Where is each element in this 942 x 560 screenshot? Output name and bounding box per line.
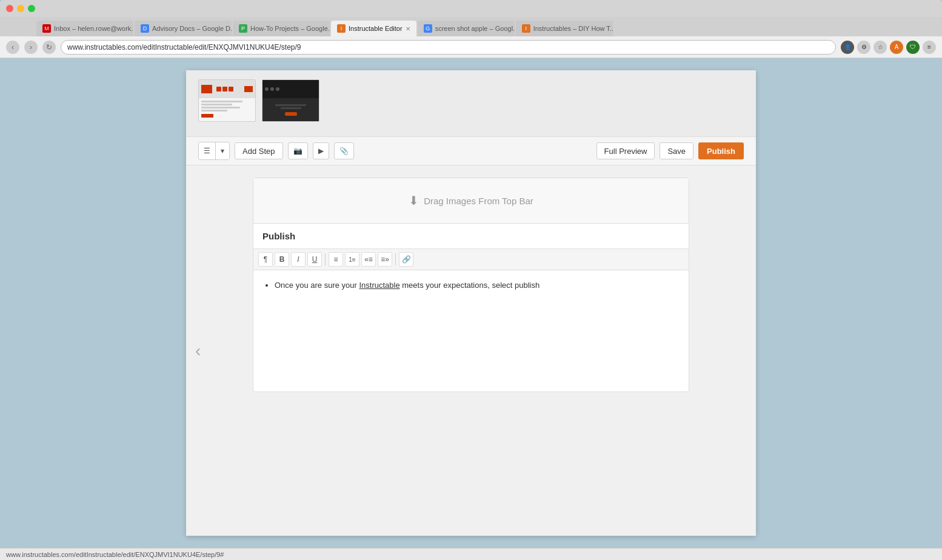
status-bar: www.instructables.com/editInstructable/e… <box>0 548 942 560</box>
tab-gmail-label: Inbox – helen.rowe@work... <box>54 25 133 32</box>
editor-content-area[interactable]: Once you are sure your Instructable meet… <box>253 270 689 392</box>
rte-paragraph-btn[interactable]: ¶ <box>258 252 273 267</box>
tab-screenshot-favicon: G <box>424 24 432 33</box>
tab-editor-label: Instructable Editor <box>349 25 403 32</box>
thumb-1-color <box>201 85 212 93</box>
step-title-input[interactable] <box>253 224 689 249</box>
thumbnail-1[interactable] <box>198 79 256 122</box>
tab-screenshot-label: screen shot apple – Googl... <box>435 25 515 32</box>
drag-images-label: Drag Images From Top Bar <box>424 196 533 206</box>
rte-link-btn[interactable]: 🔗 <box>399 252 413 267</box>
drag-arrow-icon: ⬇ <box>409 193 419 208</box>
step-list-btn[interactable]: ☰ <box>199 142 215 159</box>
profile-btn[interactable]: 👤 <box>841 41 854 54</box>
step-list-dropdown[interactable]: ▾ <box>216 142 229 159</box>
save-button[interactable]: Save <box>660 142 693 159</box>
full-preview-button[interactable]: Full Preview <box>596 142 655 159</box>
add-step-button[interactable]: Add Step <box>235 142 283 159</box>
tab-bar: M Inbox – helen.rowe@work... ✕ D Advisor… <box>0 17 942 36</box>
rte-indent-btn[interactable]: ≡» <box>378 252 392 267</box>
camera-button[interactable]: 📷 <box>288 142 308 159</box>
tab-diy-label: Instructables – DIY How T... <box>533 25 613 32</box>
tab-screenshot[interactable]: G screen shot apple – Googl... ✕ <box>418 21 515 36</box>
rte-toolbar: ¶ B I U ≡ 1≡ «≡ ≡» 🔗 <box>253 249 689 270</box>
tab-gmail[interactable]: M Inbox – helen.rowe@work... ✕ <box>36 21 133 36</box>
shield-btn[interactable]: 🛡 <box>906 41 920 54</box>
tab-diy-favicon: I <box>522 24 530 33</box>
editor-toolbar: ☰ ▾ Add Step 📷 ▶ 📎 Full Preview Save Pub… <box>186 137 756 165</box>
thumb-1-top <box>199 80 255 98</box>
tab-editor-favicon: I <box>337 24 346 33</box>
status-url: www.instructables.com/editInstructable/e… <box>6 551 224 558</box>
browser-window: M Inbox – helen.rowe@work... ✕ D Advisor… <box>0 0 942 560</box>
tab-advisory-favicon: D <box>141 24 149 33</box>
rte-divider-2 <box>395 253 396 265</box>
tab-editor[interactable]: I Instructable Editor ✕ <box>331 21 416 36</box>
minimize-button[interactable] <box>17 5 24 12</box>
rte-divider-1 <box>325 253 326 265</box>
maximize-button[interactable] <box>28 5 35 12</box>
url-bar[interactable]: www.instructables.com/editInstructable/e… <box>61 40 836 55</box>
title-bar <box>0 0 942 17</box>
rte-unordered-list-btn[interactable]: ≡ <box>329 252 343 267</box>
rte-underline-btn[interactable]: U <box>307 252 322 267</box>
thumb-2-top <box>262 80 319 98</box>
tab-projects-label: How-To Projects – Google... <box>250 25 330 32</box>
prev-step-button[interactable]: ‹ <box>195 341 201 361</box>
step-list-group: ☰ ▾ <box>198 142 230 160</box>
close-button[interactable] <box>6 5 13 12</box>
editor-area: ‹ ⬇ Drag Images From Top Bar ¶ B I U <box>186 165 756 536</box>
instructable-link: Instructable <box>359 281 399 290</box>
tab-projects-favicon: P <box>239 24 247 33</box>
address-bar: ‹ › ↻ www.instructables.com/editInstruct… <box>0 36 942 58</box>
back-button[interactable]: ‹ <box>6 41 19 54</box>
tab-advisory[interactable]: D Advisory Docs – Google D... ✕ <box>135 21 232 36</box>
thumb-1-lines <box>199 98 255 121</box>
page-content: ☰ ▾ Add Step 📷 ▶ 📎 Full Preview Save Pub… <box>0 58 942 548</box>
thumbnail-2[interactable] <box>262 79 319 122</box>
browser-actions: 👤 ⚙ ☆ A 🛡 ≡ <box>841 41 936 54</box>
publish-button[interactable]: Publish <box>698 142 744 159</box>
image-strip <box>186 70 756 137</box>
rte-bold-btn[interactable]: B <box>275 252 289 267</box>
rte-dedent-btn[interactable]: «≡ <box>361 252 376 267</box>
extensions-btn[interactable]: ⚙ <box>857 41 870 54</box>
adblock-btn[interactable]: A <box>890 41 903 54</box>
editor-container: ☰ ▾ Add Step 📷 ▶ 📎 Full Preview Save Pub… <box>186 70 756 536</box>
drag-images-zone: ⬇ Drag Images From Top Bar <box>253 178 689 224</box>
reload-button[interactable]: ↻ <box>42 41 56 54</box>
content-item-1: Once you are sure your Instructable meet… <box>275 279 680 292</box>
rte-ordered-list-btn[interactable]: 1≡ <box>345 252 359 267</box>
bookmark-btn[interactable]: ☆ <box>874 41 887 54</box>
thumb-2-content <box>262 98 319 121</box>
rte-italic-btn[interactable]: I <box>291 252 306 267</box>
tab-advisory-label: Advisory Docs – Google D... <box>152 25 232 32</box>
forward-button[interactable]: › <box>24 41 38 54</box>
video-button[interactable]: ▶ <box>313 142 329 159</box>
url-text: www.instructables.com/editInstructable/e… <box>67 43 301 52</box>
thumb-1-block2 <box>244 86 253 92</box>
attachment-button[interactable]: 📎 <box>334 142 354 159</box>
tab-editor-close[interactable]: ✕ <box>406 25 410 32</box>
tab-projects[interactable]: P How-To Projects – Google... ✕ <box>233 21 330 36</box>
step-editor: ⬇ Drag Images From Top Bar ¶ B I U ≡ 1≡ <box>253 178 689 392</box>
tab-gmail-favicon: M <box>42 24 51 33</box>
menu-btn[interactable]: ≡ <box>923 41 936 54</box>
tab-diy[interactable]: I Instructables – DIY How T... ✕ <box>516 21 613 36</box>
